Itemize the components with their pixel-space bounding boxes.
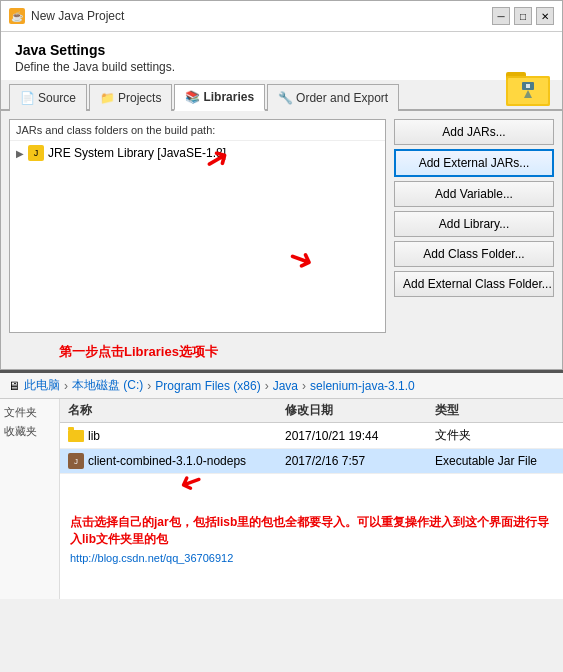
add-variable-button[interactable]: Add Variable... [394, 181, 554, 207]
title-bar-left: ☕ New Java Project [9, 8, 124, 24]
annotation-select-jar: 点击选择自己的jar包，包括lisb里的包也全都要导入。可以重复操作进入到这个界… [70, 514, 553, 548]
file-table: 名称 修改日期 类型 lib 2017/10/21 19:44 文件夹 J cl… [60, 399, 563, 599]
dialog-icon: ☕ [9, 8, 25, 24]
jar-file-name: J client-combined-3.1.0-nodeps [68, 453, 285, 469]
svg-rect-5 [526, 84, 530, 88]
csdn-link[interactable]: http://blog.csdn.net/qq_36706912 [70, 552, 553, 564]
source-tab-icon: 📄 [20, 91, 34, 105]
lib-date: 2017/10/21 19:44 [285, 429, 435, 443]
add-external-jars-button[interactable]: Add External JARs... [394, 149, 554, 177]
projects-tab-icon: 📁 [100, 91, 114, 105]
breadcrumb-program-files[interactable]: Program Files (x86) [155, 379, 260, 393]
file-explorer: 🖥 此电脑 › 本地磁盘 (C:) › Program Files (x86) … [0, 370, 563, 599]
maximize-button[interactable]: □ [514, 7, 532, 25]
dialog-header: Java Settings Define the Java build sett… [1, 32, 562, 80]
jar-type: Executable Jar File [435, 454, 555, 468]
close-button[interactable]: ✕ [536, 7, 554, 25]
col-name: 名称 [68, 402, 285, 419]
jar-date: 2017/2/16 7:57 [285, 454, 435, 468]
action-buttons-panel: Add JARs... Add External JARs... Add Var… [394, 119, 554, 333]
sidebar-files-label: 文件夹 [4, 403, 55, 422]
libraries-tab-icon: 📚 [185, 90, 199, 104]
order-tab-icon: 🔧 [278, 91, 292, 105]
lib-file-name: lib [68, 429, 285, 443]
breadcrumb-java[interactable]: Java [273, 379, 298, 393]
java-settings-subtitle: Define the Java build settings. [15, 60, 548, 74]
breadcrumb-local-disk[interactable]: 本地磁盘 (C:) [72, 377, 143, 394]
explorer-body: 文件夹 收藏夹 名称 修改日期 类型 lib 2017/10/21 19:44 … [0, 399, 563, 599]
table-row[interactable]: J client-combined-3.1.0-nodeps 2017/2/16… [60, 449, 563, 474]
left-sidebar: 文件夹 收藏夹 [0, 399, 60, 599]
add-class-folder-button[interactable]: Add Class Folder... [394, 241, 554, 267]
tab-order-export[interactable]: 🔧 Order and Export [267, 84, 399, 111]
breadcrumb-this-pc[interactable]: 此电脑 [24, 377, 60, 394]
java-settings-title: Java Settings [15, 42, 548, 58]
eclipse-dialog: ☕ New Java Project ─ □ ✕ Java Settings D… [0, 0, 563, 370]
tab-source[interactable]: 📄 Source [9, 84, 87, 111]
classpath-header: JARs and class folders on the build path… [10, 120, 385, 141]
tabs-bar: 📄 Source 📁 Projects 📚 Libraries 🔧 Order … [1, 82, 562, 111]
add-library-button[interactable]: Add Library... [394, 211, 554, 237]
jre-icon: J [28, 145, 44, 161]
breadcrumb-bar: 🖥 此电脑 › 本地磁盘 (C:) › Program Files (x86) … [0, 373, 563, 399]
tree-expand-icon: ▶ [16, 148, 24, 159]
col-type: 类型 [435, 402, 555, 419]
header-folder-icon [504, 62, 552, 113]
explorer-annotation: ➜ 点击选择自己的jar包，包括lisb里的包也全都要导入。可以重复操作进入到这… [60, 474, 563, 572]
minimize-button[interactable]: ─ [492, 7, 510, 25]
content-area: JARs and class folders on the build path… [1, 111, 562, 341]
dialog-title: New Java Project [31, 9, 124, 23]
sidebar-favorites-label: 收藏夹 [4, 422, 55, 441]
title-bar: ☕ New Java Project ─ □ ✕ [1, 1, 562, 32]
title-controls: ─ □ ✕ [492, 7, 554, 25]
add-jars-button[interactable]: Add JARs... [394, 119, 554, 145]
col-date: 修改日期 [285, 402, 435, 419]
add-external-class-folder-button[interactable]: Add External Class Folder... [394, 271, 554, 297]
folder-icon [68, 430, 84, 442]
tab-libraries[interactable]: 📚 Libraries [174, 84, 265, 111]
tab-projects[interactable]: 📁 Projects [89, 84, 172, 111]
breadcrumb-icon: 🖥 [8, 379, 20, 393]
file-table-header: 名称 修改日期 类型 [60, 399, 563, 423]
jre-tree-item[interactable]: ▶ J JRE System Library [JavaSE-1.8] [10, 141, 385, 165]
table-row[interactable]: lib 2017/10/21 19:44 文件夹 [60, 423, 563, 449]
lib-type: 文件夹 [435, 427, 555, 444]
breadcrumb-selenium[interactable]: selenium-java-3.1.0 [310, 379, 415, 393]
jar-icon: J [68, 453, 84, 469]
annotation-libraries: 第一步点击Libraries选项卡 [59, 343, 218, 361]
